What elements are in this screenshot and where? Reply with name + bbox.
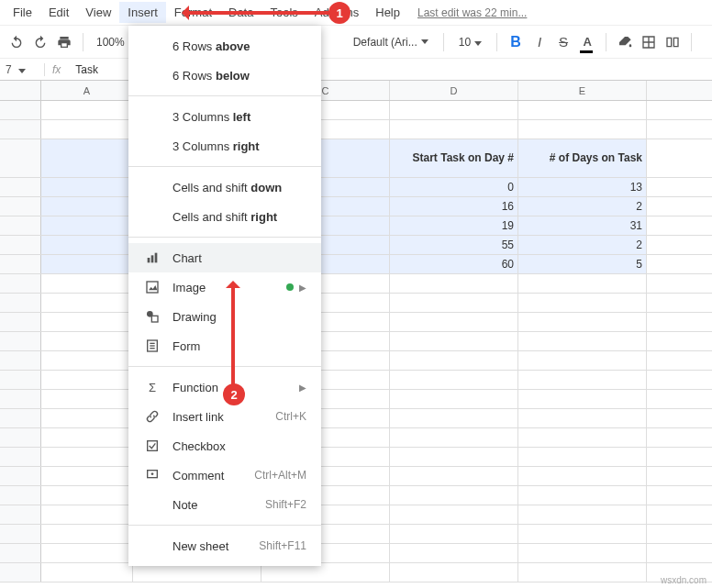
menu-item-cells-down[interactable]: Cells and shift down <box>128 172 321 202</box>
merge-button[interactable] <box>663 33 682 51</box>
row-header[interactable] <box>0 332 41 350</box>
cell[interactable] <box>41 120 133 139</box>
menu-item-drawing[interactable]: Drawing <box>128 302 321 331</box>
menu-item-note[interactable]: NoteShift+F2 <box>128 490 321 519</box>
cell[interactable] <box>41 351 133 370</box>
menu-edit[interactable]: Edit <box>40 2 77 23</box>
cell[interactable]: 2 <box>518 236 647 254</box>
cell[interactable] <box>390 563 518 582</box>
name-box[interactable]: 7 <box>0 63 44 76</box>
cell[interactable] <box>390 351 518 370</box>
menu-item-comment[interactable]: CommentCtrl+Alt+M <box>128 460 321 490</box>
row-header[interactable] <box>0 178 41 196</box>
menu-data[interactable]: Data <box>220 2 261 23</box>
select-all-corner[interactable] <box>0 81 41 100</box>
menu-item-form[interactable]: Form <box>128 331 321 361</box>
cell[interactable] <box>390 101 518 119</box>
cell[interactable] <box>390 448 518 466</box>
menu-format[interactable]: Format <box>166 2 220 23</box>
cell[interactable] <box>390 467 518 485</box>
row-header[interactable] <box>0 467 41 485</box>
cell[interactable] <box>41 448 133 466</box>
cell[interactable] <box>41 197 133 216</box>
cell[interactable]: 19 <box>390 216 518 235</box>
menu-item-chart[interactable]: Chart <box>128 243 321 272</box>
cell[interactable] <box>41 409 133 427</box>
menu-file[interactable]: File <box>5 2 40 23</box>
cell[interactable] <box>41 178 133 196</box>
cell[interactable] <box>518 505 647 524</box>
cell[interactable] <box>518 274 647 293</box>
cell[interactable] <box>518 428 647 447</box>
cell[interactable] <box>518 563 647 582</box>
italic-button[interactable]: I <box>530 33 549 51</box>
cell[interactable] <box>518 294 647 312</box>
menu-item-new-sheet[interactable]: New sheetShift+F11 <box>128 531 321 560</box>
row-header[interactable] <box>0 390 41 408</box>
print-icon[interactable] <box>55 33 73 51</box>
row-header[interactable] <box>0 294 41 312</box>
undo-icon[interactable] <box>7 33 26 51</box>
row-header[interactable] <box>0 486 41 505</box>
cell[interactable]: 2 <box>518 197 647 216</box>
cell[interactable] <box>390 371 518 389</box>
row-header[interactable] <box>0 351 41 370</box>
cell[interactable] <box>41 101 133 119</box>
cell[interactable] <box>390 390 518 408</box>
cell[interactable] <box>518 120 647 139</box>
cell[interactable] <box>518 313 647 331</box>
cell[interactable] <box>390 332 518 350</box>
row-header[interactable] <box>0 197 41 216</box>
font-select[interactable]: Default (Ari... <box>348 36 434 49</box>
row-header[interactable] <box>0 525 41 543</box>
col-header-a[interactable]: A <box>41 81 133 100</box>
row-header[interactable] <box>0 274 41 293</box>
cell[interactable] <box>41 428 133 447</box>
cell[interactable] <box>41 236 133 254</box>
cell[interactable] <box>518 486 647 505</box>
row-header[interactable] <box>0 448 41 466</box>
row-header[interactable] <box>0 409 41 427</box>
row-header[interactable] <box>0 101 41 119</box>
row-header[interactable] <box>0 428 41 447</box>
menu-insert[interactable]: Insert <box>119 2 166 23</box>
cell[interactable] <box>41 274 133 293</box>
cell[interactable] <box>518 332 647 350</box>
cell[interactable] <box>41 216 133 235</box>
cell[interactable]: Start Task on Day # <box>390 139 518 177</box>
cell[interactable] <box>390 120 518 139</box>
strikethrough-button[interactable]: S <box>554 33 573 51</box>
cell[interactable] <box>518 351 647 370</box>
cell[interactable] <box>41 486 133 505</box>
bold-button[interactable]: B <box>506 33 525 51</box>
cell[interactable] <box>41 313 133 331</box>
cell[interactable] <box>41 332 133 350</box>
cell[interactable] <box>41 563 133 582</box>
row-header[interactable] <box>0 139 41 177</box>
cell[interactable] <box>41 505 133 524</box>
cell[interactable]: 60 <box>390 255 518 273</box>
cell[interactable]: 16 <box>390 197 518 216</box>
cell[interactable] <box>390 274 518 293</box>
row-header[interactable] <box>0 544 41 562</box>
col-header-e[interactable]: E <box>518 81 647 100</box>
menu-tools[interactable]: Tools <box>261 2 306 23</box>
borders-button[interactable] <box>640 33 658 51</box>
menu-item-cols-right[interactable]: 3 Columns right <box>128 131 321 161</box>
cell[interactable] <box>390 544 518 562</box>
cell[interactable] <box>41 390 133 408</box>
cell[interactable] <box>41 255 133 273</box>
cell[interactable] <box>390 409 518 427</box>
menu-item-cells-right[interactable]: Cells and shift right <box>128 202 321 231</box>
cell[interactable] <box>390 486 518 505</box>
cell[interactable] <box>518 371 647 389</box>
menu-addons[interactable]: Add-ons <box>306 2 367 23</box>
row-header[interactable] <box>0 313 41 331</box>
cell[interactable] <box>518 409 647 427</box>
redo-icon[interactable] <box>31 33 50 51</box>
row-header[interactable] <box>0 255 41 273</box>
menu-item-cols-left[interactable]: 3 Columns left <box>128 102 321 131</box>
cell[interactable]: 31 <box>518 216 647 235</box>
menu-help[interactable]: Help <box>367 2 408 23</box>
cell[interactable] <box>390 294 518 312</box>
